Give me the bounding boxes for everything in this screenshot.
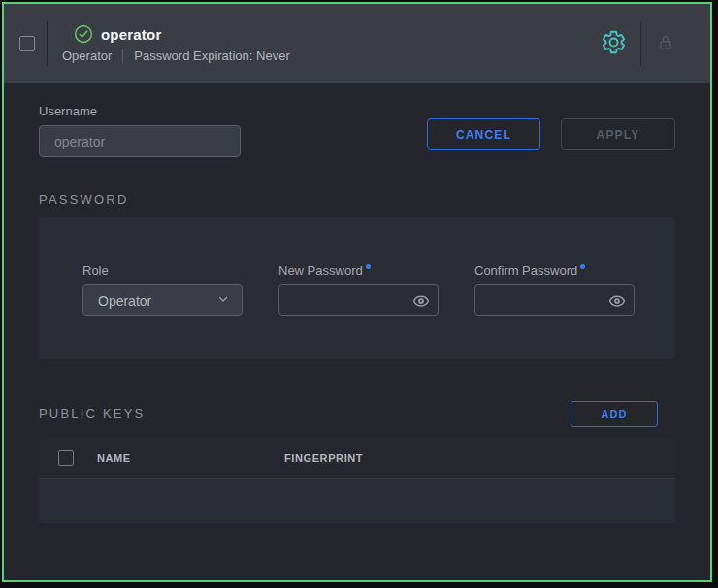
required-indicator xyxy=(580,264,585,269)
settings-button[interactable] xyxy=(601,29,627,58)
account-title: operator xyxy=(101,26,161,43)
select-account-checkbox[interactable] xyxy=(19,36,35,51)
public-keys-table: NAME FINGERPRINT xyxy=(39,438,675,523)
confirm-password-visibility-toggle[interactable] xyxy=(608,292,626,313)
password-panel: Role Operator New Password xyxy=(39,217,675,359)
confirm-password-label: Confirm Password xyxy=(474,263,635,278)
header-divider xyxy=(47,21,48,66)
column-header-fingerprint: FINGERPRINT xyxy=(284,452,675,464)
select-all-keys-checkbox[interactable] xyxy=(58,450,74,466)
user-account-window: operator Operator Password Expiration: N… xyxy=(2,2,712,582)
new-password-label: New Password xyxy=(278,263,439,278)
role-label: Role xyxy=(82,263,243,278)
check-circle-icon xyxy=(74,24,93,44)
column-header-name: NAME xyxy=(97,452,284,464)
gear-icon xyxy=(601,29,627,58)
public-keys-section-heading: PUBLIC KEYS xyxy=(39,407,145,421)
form-action-buttons: CANCEL APPLY xyxy=(427,118,675,157)
password-section-heading: PASSWORD xyxy=(39,192,675,207)
account-settings-form: Username CANCEL APPLY PASSWORD Role Oper… xyxy=(4,83,710,523)
cancel-button[interactable]: CANCEL xyxy=(427,118,540,150)
role-field-group: Role Operator xyxy=(82,263,243,359)
required-indicator xyxy=(366,264,371,269)
account-header: operator Operator Password Expiration: N… xyxy=(4,4,710,83)
eye-icon xyxy=(608,292,626,313)
header-actions-divider xyxy=(640,22,641,65)
add-public-key-button[interactable]: ADD xyxy=(571,401,658,427)
apply-button[interactable]: APPLY xyxy=(561,118,675,150)
username-label: Username xyxy=(39,104,241,118)
table-row xyxy=(39,479,675,523)
header-actions xyxy=(601,22,675,65)
account-summary: operator Operator Password Expiration: N… xyxy=(62,24,290,63)
unlock-icon xyxy=(656,33,675,55)
role-select[interactable]: Operator xyxy=(82,284,243,316)
username-input[interactable] xyxy=(39,125,241,157)
chevron-down-icon xyxy=(216,292,230,309)
table-header-row: NAME FINGERPRINT xyxy=(39,438,675,479)
eye-icon xyxy=(412,292,430,313)
account-role-text: Operator xyxy=(62,49,112,63)
lock-account-button[interactable] xyxy=(656,33,675,55)
new-password-field-group: New Password xyxy=(278,263,439,359)
username-field-group: Username xyxy=(39,104,241,157)
confirm-password-field-group: Confirm Password xyxy=(474,263,635,359)
new-password-visibility-toggle[interactable] xyxy=(412,292,430,313)
password-expiration-text: Password Expiration: Never xyxy=(134,49,289,63)
subtitle-divider xyxy=(122,49,123,63)
role-selected-value: Operator xyxy=(98,293,151,309)
